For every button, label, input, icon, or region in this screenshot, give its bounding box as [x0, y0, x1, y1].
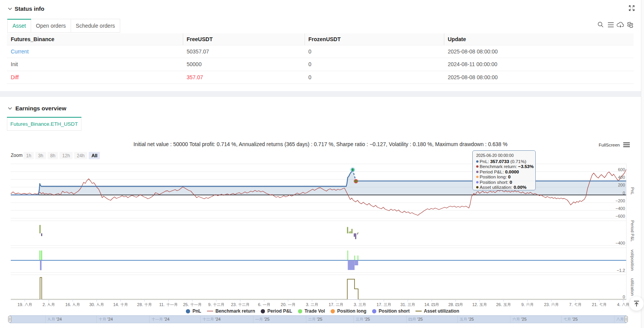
svg-text:21.: 21.	[592, 302, 598, 307]
svg-text:−1.2: −1.2	[617, 268, 625, 273]
svg-text:vol/position: vol/position	[630, 250, 635, 271]
svg-text:−400: −400	[616, 206, 625, 211]
svg-text:20.: 20.	[281, 302, 286, 307]
svg-text:'25: '25	[417, 317, 423, 321]
svg-text:9.: 9.	[521, 302, 525, 307]
svg-text:23.: 23.	[231, 302, 237, 307]
svg-text:4.: 4.	[617, 302, 621, 307]
svg-text:3.: 3.	[354, 302, 357, 307]
svg-text:25.: 25.	[183, 302, 189, 307]
svg-text:28.: 28.	[448, 302, 454, 307]
svg-text:17.: 17.	[376, 302, 382, 307]
svg-text:'24: '24	[56, 317, 62, 321]
svg-text:−200: −200	[616, 198, 625, 203]
svg-text:2.: 2.	[43, 302, 46, 307]
svg-text:0: 0	[622, 295, 625, 299]
svg-text:12.: 12.	[472, 302, 478, 307]
svg-text:7.: 7.	[569, 302, 573, 307]
svg-text:'25: '25	[469, 317, 474, 321]
svg-text:17.: 17.	[329, 302, 334, 307]
svg-text:6.: 6.	[258, 302, 262, 307]
svg-text:9.: 9.	[208, 302, 212, 307]
svg-text:'24: '24	[164, 317, 169, 321]
svg-text:3.: 3.	[306, 302, 309, 307]
svg-text:200: 200	[618, 183, 625, 187]
svg-text:'25: '25	[572, 317, 578, 321]
svg-text:19.: 19.	[17, 302, 23, 307]
svg-text:'25: '25	[521, 317, 526, 321]
svg-text:'24: '24	[108, 317, 113, 321]
svg-text:PnL: PnL	[630, 187, 635, 195]
svg-text:'25: '25	[264, 317, 270, 321]
svg-text:23.: 23.	[544, 302, 550, 307]
svg-text:30.: 30.	[89, 302, 95, 307]
svg-text:−600: −600	[616, 214, 625, 218]
svg-text:0: 0	[622, 191, 625, 195]
svg-text:600: 600	[618, 167, 625, 172]
svg-text:400: 400	[618, 175, 625, 180]
svg-text:'24: '24	[215, 317, 220, 321]
svg-text:31.: 31.	[401, 302, 406, 307]
svg-text:26.: 26.	[496, 302, 502, 307]
svg-text:14.: 14.	[113, 302, 119, 307]
svg-text:14.: 14.	[424, 302, 430, 307]
svg-text:Period P&L: Period P&L	[630, 220, 635, 242]
svg-text:28.: 28.	[137, 302, 143, 307]
svg-text:−400: −400	[616, 241, 625, 245]
svg-text:11.: 11.	[159, 302, 164, 307]
svg-text:utilization: utilization	[630, 278, 635, 296]
svg-text:'25: '25	[364, 317, 370, 321]
svg-text:16.: 16.	[65, 302, 71, 307]
svg-text:'25: '25	[317, 317, 322, 321]
